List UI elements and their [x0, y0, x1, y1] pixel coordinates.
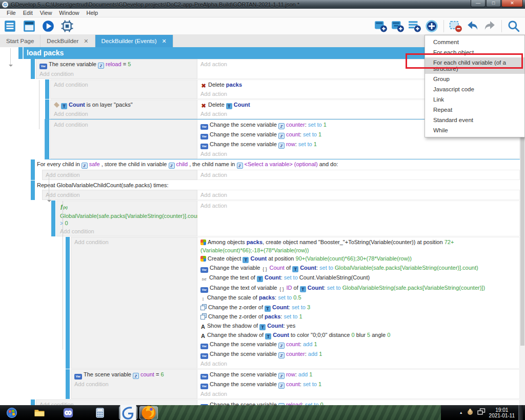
- event-row-6[interactable]: Repeat GlobalVariableChildCount(safe.pac…: [31, 181, 520, 200]
- explorer-icon[interactable]: [32, 406, 47, 419]
- calculator-icon[interactable]: [92, 406, 108, 419]
- gdevelop-taskbar-button[interactable]: [119, 406, 137, 419]
- condition-line[interactable]: GlobalVariable(safe.packs[VariableString…: [57, 212, 197, 227]
- event-row-5[interactable]: For every child in zsafe , store the chi…: [31, 159, 520, 180]
- condition-line[interactable]: VarThe scene variable zcount = 6: [71, 370, 197, 380]
- action-line[interactable]: VarChange the scene variable zreload: se…: [197, 401, 519, 405]
- tab-close-icon[interactable]: ✕: [162, 38, 167, 45]
- text-segment: Add condition: [39, 71, 74, 77]
- tab-deckbuilder[interactable]: DeckBuilder✕: [41, 35, 95, 47]
- add-condition-button[interactable]: Add condition: [51, 81, 197, 89]
- add-condition-button[interactable]: Add condition: [71, 238, 197, 246]
- action-line[interactable]: VarChange the scene variable zcounter: a…: [197, 350, 519, 359]
- context-menu-item-group[interactable]: Group: [425, 74, 524, 84]
- menubar-item-help[interactable]: Help: [83, 10, 102, 16]
- add-condition-button[interactable]: Add condition: [57, 227, 197, 235]
- add-subevent-icon[interactable]: [391, 19, 405, 33]
- tab-close-icon[interactable]: ✕: [84, 38, 88, 45]
- event-drag-handle[interactable]: [31, 159, 35, 180]
- context-menu-item-while[interactable]: While: [425, 125, 524, 135]
- context-menu-item-standard-event[interactable]: Standard event: [425, 115, 524, 125]
- action-line[interactable]: AChange the shadow of TCount to color "0…: [197, 331, 519, 340]
- undo-icon[interactable]: [466, 19, 480, 33]
- menubar-item-view[interactable]: View: [36, 10, 56, 16]
- menubar-item-window[interactable]: Window: [55, 10, 83, 16]
- add-action-button[interactable]: Add action: [197, 390, 519, 398]
- context-menu-item-repeat[interactable]: Repeat: [425, 105, 524, 115]
- action-line[interactable]: VarChange the variable { }Count of TCoun…: [197, 264, 519, 273]
- add-action-button[interactable]: Add action: [197, 359, 519, 368]
- add-condition-button[interactable]: Add condition: [36, 70, 197, 78]
- context-menu-item-link[interactable]: Link: [425, 94, 524, 105]
- context-menu-item-comment[interactable]: Comment: [425, 37, 524, 47]
- add-action-button[interactable]: Add action: [197, 171, 519, 179]
- add-condition-button[interactable]: Add condition: [51, 121, 197, 129]
- add-action-button[interactable]: Add action: [197, 150, 519, 158]
- event-header[interactable]: For every child in zsafe , store the chi…: [36, 159, 520, 170]
- tray-hand-icon[interactable]: [467, 408, 474, 417]
- add-condition-button[interactable]: Add condition: [36, 401, 197, 405]
- scene-editor-icon[interactable]: [22, 19, 36, 33]
- add-special-icon[interactable]: [425, 19, 439, 33]
- action-line[interactable]: AShow the shadow of TCount: yes: [197, 322, 519, 331]
- action-line[interactable]: ↕Change the scale of packs: set to 0.5: [197, 293, 519, 303]
- show-desktop-button[interactable]: [518, 405, 523, 420]
- action-line[interactable]: Change the z-order of packs: set to 1: [197, 312, 519, 322]
- add-action-button[interactable]: Add action: [197, 191, 519, 199]
- minimize-button[interactable]: —: [471, 0, 486, 7]
- network-icon[interactable]: [477, 408, 486, 417]
- context-menu-item-javascript-code[interactable]: Javascript code: [425, 84, 524, 94]
- start-button[interactable]: [4, 406, 19, 419]
- maximize-button[interactable]: □: [486, 0, 501, 7]
- action-line[interactable]: VarChange the scene variable zcount: add…: [197, 340, 519, 350]
- discord-icon[interactable]: [60, 406, 76, 419]
- tab-deckbuilder-events-[interactable]: DeckBuilder (Events)✕: [95, 35, 173, 47]
- show-hidden-icons-button[interactable]: ▲: [459, 411, 463, 414]
- close-button[interactable]: ✕: [501, 0, 523, 7]
- action-line[interactable]: VarChange the text of variable { }ID of …: [197, 284, 519, 293]
- add-event-icon[interactable]: [374, 19, 388, 33]
- add-comment-icon[interactable]: [408, 19, 422, 33]
- menubar-item-edit[interactable]: Edit: [19, 10, 36, 16]
- event-row-10[interactable]: Add conditionVarChange the scene variabl…: [31, 399, 520, 405]
- action-line[interactable]: txtChange the text of TCount: set to Cou…: [197, 273, 519, 284]
- action-line[interactable]: VarChange the scene variable zrow: set t…: [197, 140, 519, 150]
- event-row-7[interactable]: ƒ(x)GlobalVariable(safe.packs[VariableSt…: [51, 201, 520, 236]
- event-drag-handle[interactable]: [31, 181, 35, 200]
- action-line[interactable]: Among objects packs, create object named…: [197, 238, 519, 254]
- add-condition-button[interactable]: Add condition: [43, 191, 197, 199]
- action-line[interactable]: Change the z-order of TCount: set to 3: [197, 303, 519, 312]
- add-condition-button[interactable]: Add condition: [71, 380, 197, 388]
- add-condition-button[interactable]: Add condition: [43, 171, 197, 179]
- event-drag-handle[interactable]: [45, 99, 49, 119]
- action-line[interactable]: VarChange the scene variable zcount: set…: [197, 380, 519, 390]
- delete-event-icon[interactable]: [449, 19, 463, 33]
- event-drag-handle[interactable]: [45, 79, 49, 99]
- event-drag-handle[interactable]: [45, 119, 49, 159]
- menubar-item-file[interactable]: File: [3, 10, 19, 16]
- event-row-9[interactable]: VarThe scene variable zcount = 6Add cond…: [66, 369, 520, 399]
- conditions-cell: Add condition: [36, 399, 197, 405]
- project-manager-icon[interactable]: [3, 19, 17, 33]
- event-header[interactable]: Repeat GlobalVariableChildCount(safe.pac…: [36, 181, 520, 190]
- action-line[interactable]: VarChange the scene variable zrow: add 1: [197, 370, 519, 380]
- debugger-icon[interactable]: [60, 19, 74, 33]
- firefox-taskbar-button[interactable]: [139, 406, 158, 419]
- action-line[interactable]: Create object TCount at position 90+(Var…: [197, 254, 519, 264]
- event-drag-handle[interactable]: [66, 237, 70, 369]
- condition-line[interactable]: ƒ(x): [57, 202, 197, 212]
- event-drag-handle[interactable]: [31, 59, 35, 79]
- event-drag-handle[interactable]: [31, 399, 35, 405]
- add-condition-button[interactable]: Add condition: [51, 110, 197, 118]
- redo-icon[interactable]: [482, 19, 497, 33]
- add-action-button[interactable]: Add action: [197, 202, 519, 210]
- search-icon[interactable]: [507, 19, 521, 33]
- taskbar-clock[interactable]: 19:01 2021-01-11: [489, 407, 515, 418]
- event-drag-handle[interactable]: [51, 201, 55, 236]
- event-drag-handle[interactable]: [66, 369, 70, 399]
- tab-start-page[interactable]: Start Page: [0, 35, 41, 47]
- preview-icon[interactable]: [41, 19, 55, 33]
- condition-line[interactable]: TCount is on layer "packs": [51, 101, 197, 110]
- condition-line[interactable]: VarThe scene variable zreload = 5: [36, 60, 197, 70]
- event-row-8[interactable]: Add conditionAmong objects packs, create…: [66, 237, 520, 369]
